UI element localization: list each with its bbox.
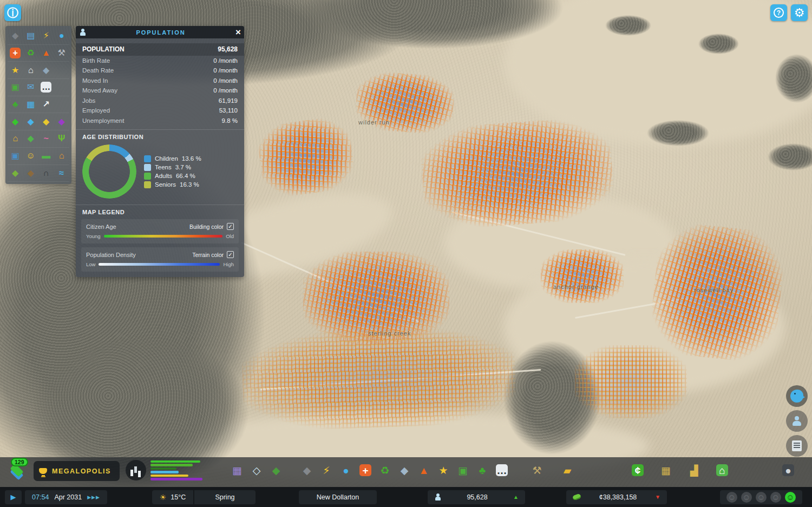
close-icon[interactable]: × [235, 28, 241, 37]
roads-tool-icon[interactable]: ◆ [299, 461, 315, 479]
housing-infoview-icon[interactable]: ⌂ [8, 130, 23, 148]
landscaping-tool-icon[interactable]: ◆ [269, 461, 284, 479]
money-chip[interactable]: ¢38,383,158 ▼ [566, 490, 667, 504]
settings-button[interactable]: ⚙ [791, 4, 808, 21]
play-icon: ▶ [11, 493, 16, 501]
zoning-residential-infoview-icon[interactable]: ◆ [8, 113, 23, 130]
fire-rescue-infoview-icon[interactable]: ▲ [38, 45, 54, 62]
administration-infoview-icon[interactable]: ⌂ [23, 62, 39, 79]
age-gradient-bar [104, 235, 223, 238]
game-time: 07:54 [32, 493, 49, 501]
happiness-infoview-icon[interactable]: ☺ [23, 148, 39, 165]
demand-bar-green-1 [150, 460, 200, 463]
help-button[interactable]: ? [770, 4, 787, 21]
storage-infoview-icon[interactable]: ▦ [23, 96, 39, 114]
help-icon: ? [774, 8, 784, 18]
electricity-infoview-icon[interactable]: ⚡ [38, 28, 54, 45]
zones-tool-icon[interactable]: ▦ [230, 461, 245, 479]
zoning-office-infoview-icon[interactable]: ◆ [38, 113, 54, 130]
garbage-tool-icon[interactable]: ♻ [377, 461, 392, 479]
bulldozer-tool-icon[interactable]: ▰ [560, 461, 575, 479]
infoviews-button[interactable]: ⓘ [4, 4, 21, 21]
money-down-icon: ▼ [655, 494, 660, 500]
money-flow-infoview-icon[interactable]: ▬ [38, 148, 54, 165]
garbage-infoview-icon[interactable]: ♻ [23, 45, 39, 62]
fire-rescue-tool-icon[interactable]: ▲ [416, 461, 431, 479]
stat-row-total: POPULATION 95,628 [76, 43, 244, 56]
status-bar: ▶ 07:54 Apr 2031 ▶▶▶ ☀ 15°C Spring New D… [0, 487, 812, 507]
water-tool-icon[interactable]: ● [338, 461, 353, 479]
journal-button[interactable] [786, 435, 808, 457]
communications-tool-icon[interactable]: … [494, 461, 509, 479]
water-pollution-infoview-icon[interactable]: ≈ [54, 165, 70, 182]
district-label: sterling creek [368, 330, 411, 337]
parks-infoview-icon[interactable]: ♣ [8, 96, 23, 114]
economy-tool-icon[interactable]: ¢ [630, 461, 645, 479]
statistics-tool-icon[interactable]: ▟ [686, 461, 702, 479]
chirper-button[interactable] [786, 385, 808, 407]
districts-tool-icon[interactable]: ◇ [249, 461, 264, 479]
milestone-chip[interactable]: MEGALOPOLIS [34, 461, 120, 481]
time-date-display: 07:54 Apr 2031 ▶▶▶ [25, 490, 107, 504]
trophy-icon [39, 468, 47, 474]
water-infoview-icon[interactable]: ● [54, 28, 70, 45]
terraforming-tool-icon[interactable]: ⚒ [529, 461, 545, 479]
money-value: ¢38,383,158 [599, 493, 637, 501]
season-display: Spring [194, 490, 256, 504]
growth-infoview-icon[interactable]: Ψ [54, 130, 70, 148]
citizen-button[interactable] [786, 410, 808, 432]
main-toolbar: ▦ ◇ ◆ ◆ ⚡ ● + ♻ ◆ ▲ ★ ▣ [230, 461, 796, 479]
roads-infoview-icon[interactable]: ◆ [8, 28, 23, 45]
infoview-panel: ◆ ▤ ⚡ ● + ♻ ▲ ⚒ ★ ⌂ [5, 26, 71, 184]
terrain-color-checkbox[interactable]: ✓ [227, 251, 234, 258]
play-button[interactable]: ▶ [5, 490, 22, 504]
zone-demand-chip[interactable] [126, 460, 205, 480]
workplaces-infoview-icon[interactable]: ▣ [8, 148, 23, 165]
fast-forward-icon[interactable]: ▶▶▶ [87, 495, 100, 500]
building-color-checkbox[interactable]: ✓ [227, 223, 234, 230]
routes-infoview-icon[interactable]: ~ [38, 130, 54, 148]
population-chip[interactable]: 95,628 ▲ [428, 490, 525, 504]
parks-tool-icon[interactable]: ♣ [475, 461, 490, 479]
healthcare-tool-icon[interactable]: + [358, 461, 373, 479]
info-icon: ⓘ [7, 5, 18, 21]
education-tool-icon[interactable]: ◆ [397, 461, 412, 479]
city-name-display: New Dollarton [299, 490, 377, 504]
legend-swatch [144, 155, 151, 162]
legend-population-density: Population Density Terrain color ✓ Low H… [81, 247, 239, 272]
land-value-infoview-icon[interactable]: ◆ [23, 130, 39, 148]
zoning-commercial-infoview-icon[interactable]: ◆ [23, 113, 39, 130]
electronics-infoview-icon[interactable]: ▤ [23, 28, 39, 45]
photo-mode-tool-icon[interactable]: ● [781, 461, 796, 479]
weather-display: ☀ 15°C [152, 490, 193, 504]
milestones-tool-icon[interactable]: ⌂ [715, 461, 730, 479]
education-infoview-icon[interactable]: ◆ [38, 62, 54, 79]
healthcare-infoview-icon[interactable]: + [8, 45, 23, 62]
happiness-face-dim-1: ☺ [726, 492, 737, 503]
electricity-tool-icon[interactable]: ⚡ [319, 461, 334, 479]
age-distribution-title: AGE DISTRIBUTION [76, 129, 244, 140]
tourism-infoview-icon[interactable]: ⌂ [54, 148, 70, 165]
post-infoview-icon[interactable]: ✉ [23, 79, 39, 96]
police-infoview-icon[interactable]: ★ [8, 62, 23, 79]
telecom-infoview-icon[interactable]: … [38, 79, 54, 96]
terrain-infoview-icon[interactable]: ◆ [8, 165, 23, 182]
panel-title: POPULATION [86, 29, 235, 36]
happiness-faces[interactable]: ☺☺☺☺☺ [720, 490, 802, 504]
age-distribution-chart: Children 13.6 % Teens 3.7 % Adults 66.4 … [76, 140, 244, 201]
progression-tool-icon[interactable]: ▦ [658, 461, 673, 479]
happiness-face-dim-3: ☺ [756, 492, 767, 503]
chirper-bird-icon [790, 390, 803, 403]
forest-island [647, 120, 709, 146]
transportation-tool-icon[interactable]: ▣ [455, 461, 470, 479]
maintenance-infoview-icon[interactable]: ⚒ [54, 45, 70, 62]
legend-swatch [144, 164, 151, 171]
ground-pollution-infoview-icon[interactable]: ◆ [23, 165, 39, 182]
police-tool-icon[interactable]: ★ [436, 461, 451, 479]
xp-badge[interactable]: 129 [6, 459, 32, 485]
zoning-industrial-infoview-icon[interactable]: ◆ [54, 113, 70, 130]
stat-row: Moved Away 0 /month [76, 85, 244, 96]
wind-infoview-icon[interactable]: ↗ [38, 96, 54, 114]
transportation-infoview-icon[interactable]: ▣ [8, 79, 23, 96]
noise-pollution-infoview-icon[interactable]: ∩ [38, 165, 54, 182]
